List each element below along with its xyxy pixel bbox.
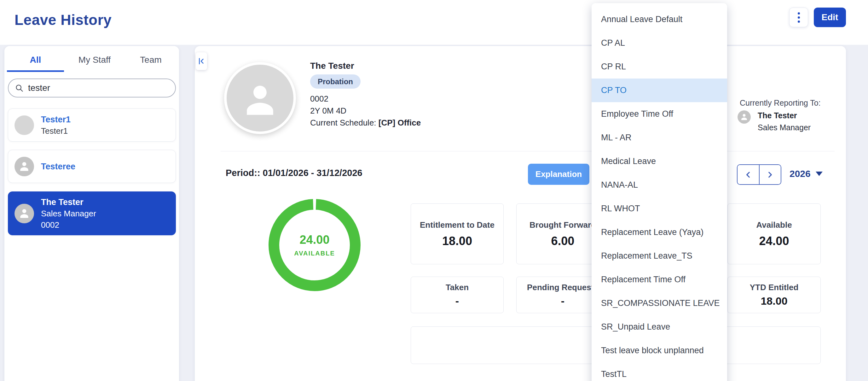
employee-list-item[interactable]: Testeree (8, 150, 176, 183)
employee-name: Testeree (41, 161, 75, 172)
menu-item[interactable]: Replacement Time Off (592, 268, 727, 291)
chevron-right-icon (766, 171, 774, 179)
avatar (14, 157, 34, 176)
probation-badge: Probation (310, 75, 361, 89)
stat-card-available: Available 24.00 (727, 203, 821, 264)
menu-item[interactable]: SR_COMPASSIONATE LEAVE (592, 291, 727, 315)
employee-subtitle: Tester1 (41, 125, 71, 137)
previous-period-button[interactable] (738, 165, 760, 184)
stat-label: YTD Entitled (750, 283, 799, 292)
reporting-avatar (738, 110, 751, 124)
menu-item[interactable]: Replacement Leave (Yaya) (592, 221, 727, 244)
donut-label: AVAILABLE (294, 250, 335, 257)
employee-list-item-selected[interactable]: The Tester Sales Manager 0002 (8, 192, 176, 235)
leave-detail-panel: The Tester Probation 0002 2Y 0M 4D Curre… (195, 46, 846, 381)
profile-avatar (224, 62, 296, 134)
person-icon (18, 160, 31, 173)
tab-team[interactable]: Team (125, 46, 177, 72)
employee-id: 0002 (41, 219, 96, 231)
year-value: 2026 (789, 169, 811, 179)
person-icon (239, 80, 281, 121)
person-icon (740, 113, 748, 121)
tab-all[interactable]: All (7, 46, 64, 72)
stat-value: - (456, 295, 459, 307)
menu-item[interactable]: SR_Unpaid Leave (592, 315, 727, 339)
stat-value: 18.00 (761, 295, 787, 307)
menu-item[interactable]: TestTL (592, 362, 727, 381)
menu-item[interactable]: Medical Leave (592, 149, 727, 173)
stat-label: Available (756, 220, 792, 230)
section-divider (221, 151, 835, 151)
leave-type-menu: Annual Leave Default CP AL CP RL CP TO E… (592, 3, 727, 381)
avatar (14, 115, 34, 135)
avatar (14, 204, 34, 223)
tab-my-staff[interactable]: My Staff (64, 46, 125, 72)
collapse-sidebar-button[interactable] (196, 52, 207, 70)
menu-item[interactable]: ML - AR (592, 126, 727, 149)
menu-item[interactable]: CP RL (592, 55, 727, 79)
menu-item[interactable]: Employee Time Off (592, 102, 727, 126)
person-icon (18, 207, 31, 220)
donut-center: 24.00 AVAILABLE (269, 199, 361, 291)
reporting-role: Sales Manager (758, 123, 811, 132)
search-icon (15, 84, 24, 92)
chevron-left-icon (744, 171, 752, 179)
stat-value: 24.00 (759, 234, 789, 248)
menu-item[interactable]: Test leave block unplanned (592, 339, 727, 362)
employee-role: Sales Manager (41, 208, 96, 219)
menu-item[interactable]: Replacement Leave_TS (592, 244, 727, 268)
kebab-icon (798, 12, 800, 14)
collapse-panel-icon (197, 57, 206, 65)
employee-name: Tester1 (41, 114, 71, 125)
stat-label: Brought Forward (529, 220, 596, 230)
profile-schedule: Current Schedule: [CP] Office (310, 118, 421, 128)
page-title: Leave History (14, 11, 112, 28)
stat-label: Taken (446, 283, 469, 292)
more-options-button[interactable] (789, 7, 808, 27)
employee-search[interactable] (8, 79, 176, 97)
employee-name: The Tester (41, 197, 96, 208)
year-selector[interactable]: 2026 (789, 169, 823, 179)
stat-value: 18.00 (442, 234, 472, 248)
profile-tenure: 2Y 0M 4D (310, 106, 346, 116)
schedule-label: Current Schedule: (310, 118, 378, 127)
menu-item[interactable]: Annual Leave Default (592, 7, 727, 31)
search-input[interactable] (28, 83, 169, 93)
stat-label: Entitlement to Date (420, 220, 495, 230)
available-donut-chart: 24.00 AVAILABLE (269, 199, 361, 291)
reporting-to-label: Currently Reporting To: (740, 98, 821, 108)
schedule-value: [CP] Office (378, 118, 421, 127)
menu-item[interactable]: RL WHOT (592, 197, 727, 221)
stat-value: 6.00 (551, 234, 575, 248)
header: Leave History Edit (0, 0, 868, 45)
stat-card-taken: Taken - (411, 276, 504, 313)
stat-card-ytd-entitled: YTD Entitled 18.00 (727, 276, 821, 313)
next-period-button[interactable] (760, 165, 781, 184)
edit-button[interactable]: Edit (814, 7, 846, 27)
profile-name: The Tester (310, 61, 354, 71)
period-label: Period:: 01/01/2026 - 31/12/2026 (226, 168, 363, 178)
profile-employee-id: 0002 (310, 94, 329, 104)
employee-list-item[interactable]: Tester1 Tester1 (8, 109, 176, 142)
stat-card-entitlement: Entitlement to Date 18.00 (411, 203, 504, 264)
chevron-down-icon (816, 172, 823, 176)
stat-label: Pending Requests (527, 283, 598, 292)
menu-item[interactable]: NANA-AL (592, 173, 727, 197)
menu-item-selected[interactable]: CP TO (592, 79, 727, 102)
explanation-button[interactable]: Explanation (528, 164, 589, 185)
employee-sidebar: All My Staff Team Tester1 Tester1 Tester… (4, 46, 179, 381)
sidebar-tabs: All My Staff Team (4, 46, 179, 72)
donut-value: 24.00 (300, 233, 329, 247)
menu-item[interactable]: CP AL (592, 31, 727, 55)
reporting-name: The Tester (758, 111, 797, 120)
period-pager (737, 164, 781, 185)
stat-value: - (561, 295, 564, 307)
